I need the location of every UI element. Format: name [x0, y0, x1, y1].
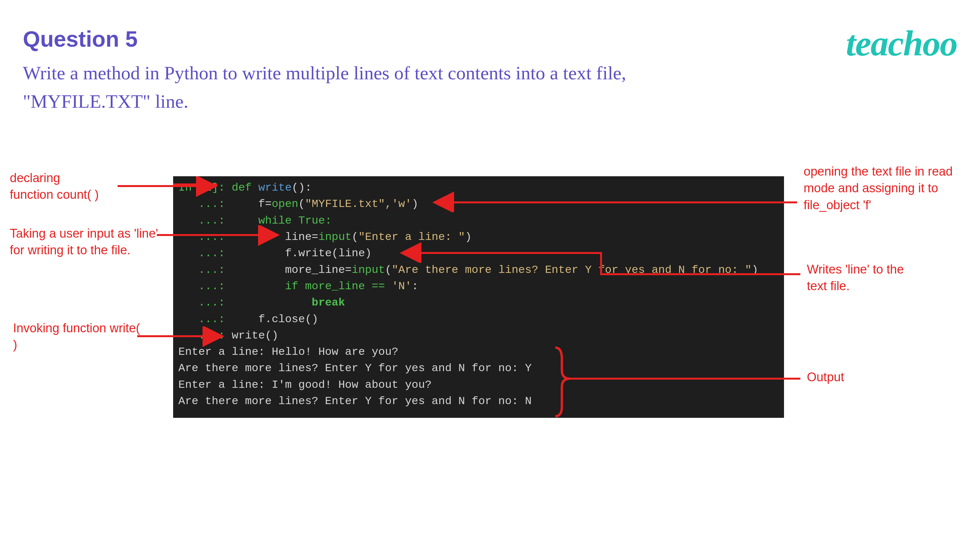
annotation-arrows — [0, 0, 980, 551]
